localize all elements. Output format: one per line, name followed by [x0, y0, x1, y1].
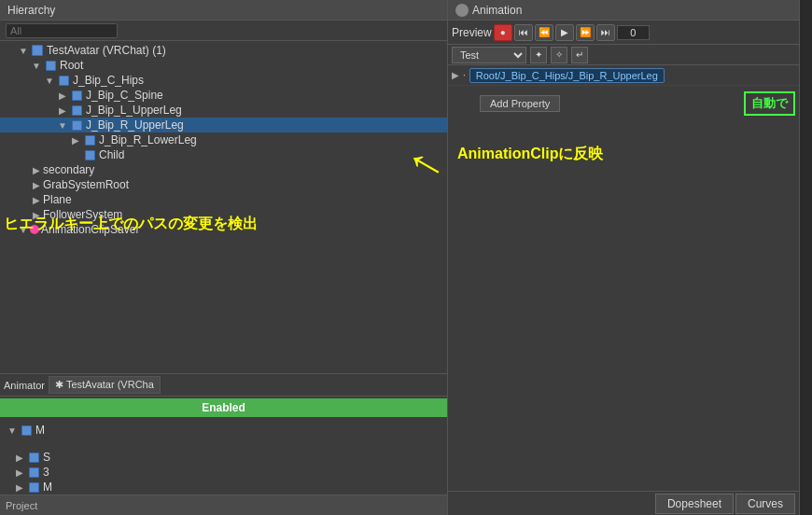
animation-bottom-tabs: Dopesheet Curves	[448, 491, 799, 515]
search-bar	[0, 21, 447, 41]
tab-dopesheet[interactable]: Dopesheet	[655, 494, 734, 514]
jido-badge: 自動で	[744, 91, 795, 116]
preview-label: Preview	[452, 26, 492, 39]
tree-item-secondary[interactable]: ▶ secondary	[0, 162, 447, 177]
tree-item-plane[interactable]: ▶ Plane	[0, 192, 447, 207]
tree-item-grabsystemroot[interactable]: ▶ GrabSystemRoot	[0, 177, 447, 192]
tree-item-m[interactable]: ▼ M	[2, 423, 45, 438]
enabled-bar: Enabled	[0, 398, 447, 417]
arrow-root: ▼	[30, 61, 43, 71]
cube-icon-child	[82, 148, 97, 161]
keyframe-icon-button[interactable]: ✦	[530, 47, 547, 63]
cube-icon-testavatar	[30, 44, 45, 57]
record-button[interactable]: ●	[494, 24, 512, 41]
add-keyframe-button[interactable]: ✧	[551, 47, 567, 63]
tree-item-spine[interactable]: ▶ J_Bip_C_Spine	[0, 88, 447, 103]
tree-item-l-upperleg[interactable]: ▶ J_Bip_L_UpperLeg	[0, 103, 447, 118]
tree-item-r-upperleg[interactable]: ▼ J_Bip_R_UpperLeg	[0, 118, 447, 132]
tree-item-child[interactable]: Child	[0, 147, 447, 162]
arrow-followersystem: ▶	[30, 210, 43, 220]
arrow-l-upperleg: ▶	[56, 105, 69, 116]
testavatar-tab[interactable]: ✱ TestAvatar (VRCha	[49, 376, 161, 394]
arrow-plane: ▶	[30, 195, 43, 205]
animation-content: ▶ · Root/J_Bip_C_Hips/J_Bip_R_UpperLeg A…	[448, 65, 799, 491]
animation-toolbar: Preview ● ⏮ ⏪ ▶ ⏩ ⏭	[448, 21, 799, 45]
arrow-grabsystem: ▶	[30, 180, 43, 190]
magenta-dot	[30, 225, 39, 234]
label-hips: J_Bip_C_Hips	[73, 74, 144, 87]
label-followersystem: FollowerSystem	[43, 208, 122, 221]
path-text: Root/J_Bip_C_Hips/J_Bip_R_UpperLeg	[469, 68, 665, 83]
prev-frame-button[interactable]: ⏪	[535, 24, 553, 41]
scrollbar[interactable]	[799, 0, 812, 515]
cube-icon-hips	[56, 74, 71, 87]
skip-to-end-button[interactable]: ⏭	[596, 24, 615, 41]
hierarchy-bottom: Project	[0, 494, 447, 515]
label-child: Child	[99, 148, 124, 161]
path-arrow: ▶	[452, 70, 459, 80]
arrow-secondary: ▶	[30, 165, 43, 175]
tree-item-r-lowerleg[interactable]: ▶ J_Bip_R_LowerLeg	[0, 132, 447, 147]
label-l-upperleg: J_Bip_L_UpperLeg	[86, 104, 182, 117]
tree-item-s[interactable]: ▶ S	[13, 450, 447, 465]
animation-header: Animation	[448, 0, 799, 21]
label-secondary: secondary	[43, 163, 94, 176]
next-frame-button[interactable]: ⏩	[576, 24, 595, 41]
tree-item-hips[interactable]: ▼ J_Bip_C_Hips	[0, 73, 447, 88]
arrow-map: ▼	[17, 225, 30, 235]
tree-item-root[interactable]: ▼ Root	[0, 58, 447, 73]
hierarchy-panel: Hierarchy ▼ TestAvatar (VRChat) (1) ▼ Ro…	[0, 0, 448, 515]
tree-item-map[interactable]: ▼ AnimationClipSaver	[0, 222, 447, 237]
search-input[interactable]	[6, 23, 118, 38]
cube-icon-r-lowerleg	[82, 133, 97, 146]
label-r-upperleg: J_Bip_R_UpperLeg	[86, 118, 184, 132]
path-row: ▶ · Root/J_Bip_C_Hips/J_Bip_R_UpperLeg	[448, 65, 799, 86]
arrow-r-lowerleg: ▶	[69, 135, 82, 146]
label-plane: Plane	[43, 193, 72, 206]
clip-dropdown[interactable]: Test	[452, 47, 526, 63]
cube-icon-r-upperleg	[69, 118, 84, 132]
label-map: AnimationClipSaver	[41, 223, 139, 236]
tree-item-m2[interactable]: ▶ M	[13, 480, 447, 494]
label-testavatar: TestAvatar (VRChat) (1)	[47, 44, 166, 57]
hierarchy-header: Hierarchy	[0, 0, 447, 21]
time-input[interactable]	[617, 25, 650, 40]
clip-selector-row: Test ✦ ✧ ↵	[448, 45, 799, 65]
arrow-r-upperleg: ▼	[56, 120, 69, 131]
tree-item-3[interactable]: ▶ 3	[13, 465, 447, 480]
animation-panel: Animation Preview ● ⏮ ⏪ ▶ ⏩ ⏭ Test ✦ ✧	[448, 0, 799, 515]
skip-to-start-button[interactable]: ⏮	[514, 24, 533, 41]
arrow-spine: ▶	[56, 90, 69, 101]
label-grabsystemroot: GrabSystemRoot	[43, 178, 129, 191]
path-dot: ·	[463, 70, 466, 80]
arrow-testavatar: ▼	[17, 46, 30, 56]
play-button[interactable]: ▶	[555, 24, 574, 41]
tree-item-testavatar[interactable]: ▼ TestAvatar (VRChat) (1)	[0, 43, 447, 58]
annotation-layer	[448, 112, 799, 491]
add-property-button[interactable]: Add Property	[480, 95, 560, 112]
cube-icon-l-upperleg	[69, 104, 84, 117]
animation-logo	[455, 4, 469, 17]
label-spine: J_Bip_C_Spine	[86, 89, 163, 102]
cube-icon-spine	[69, 89, 84, 102]
tangent-button[interactable]: ↵	[571, 47, 588, 63]
animator-label: Animator	[0, 378, 49, 393]
tab-curves[interactable]: Curves	[735, 494, 795, 514]
arrow-hips: ▼	[43, 76, 56, 86]
hierarchy-title: Hierarchy	[7, 4, 55, 17]
label-r-lowerleg: J_Bip_R_LowerLeg	[99, 133, 197, 146]
tree-item-followersystem[interactable]: ▶ FollowerSystem	[0, 207, 447, 222]
hierarchy-content: ▼ TestAvatar (VRChat) (1) ▼ Root ▼ J_Bip…	[0, 41, 447, 373]
animation-title: Animation	[472, 4, 522, 17]
label-root: Root	[60, 59, 83, 72]
cube-icon-root	[43, 59, 58, 72]
